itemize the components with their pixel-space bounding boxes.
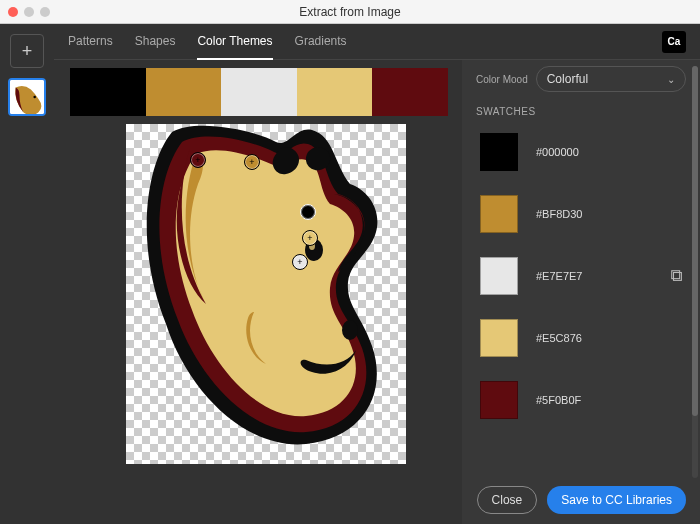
swatch-chip[interactable] [480, 257, 518, 295]
copy-icon[interactable] [670, 269, 684, 283]
swatch-hex-label: #E7E7E7 [536, 270, 582, 282]
swatch-hex-label: #E5C876 [536, 332, 582, 344]
close-button[interactable]: Close [477, 486, 538, 514]
chevron-down-icon: ⌄ [667, 74, 675, 85]
thumbnail-sidebar: + [0, 24, 54, 524]
swatch-chip[interactable] [480, 195, 518, 233]
swatch-chip[interactable] [480, 381, 518, 419]
plus-icon: + [303, 231, 317, 245]
plus-icon: + [191, 153, 205, 167]
panel-scrollbar[interactable] [692, 66, 698, 478]
color-picker-handle[interactable]: + [292, 254, 308, 270]
swatch-chip[interactable] [480, 133, 518, 171]
mode-tabs: Patterns Shapes Color Themes Gradients C… [54, 24, 700, 60]
window-close-button[interactable] [8, 7, 18, 17]
add-image-button[interactable]: + [10, 34, 44, 68]
color-picker-handle[interactable]: + [244, 154, 260, 170]
color-mood-value: Colorful [547, 72, 588, 86]
window-maximize-button[interactable] [40, 7, 50, 17]
tab-shapes[interactable]: Shapes [135, 24, 176, 60]
palette-swatch[interactable] [146, 68, 222, 116]
swatch-row[interactable]: #5F0B0F [476, 369, 686, 431]
palette-swatch[interactable] [70, 68, 146, 116]
swatch-row[interactable]: #E7E7E7 [476, 245, 686, 307]
swatch-row[interactable]: #000000 [476, 121, 686, 183]
save-to-cc-libraries-button[interactable]: Save to CC Libraries [547, 486, 686, 514]
swatch-row[interactable]: #E5C876 [476, 307, 686, 369]
swatch-hex-label: #BF8D30 [536, 208, 582, 220]
palette-swatch[interactable] [297, 68, 373, 116]
plus-icon: + [293, 255, 307, 269]
color-picker-handle[interactable]: + [300, 204, 316, 220]
swatches-header: SWATCHES [476, 106, 686, 117]
window-minimize-button[interactable] [24, 7, 34, 17]
swatch-hex-label: #000000 [536, 146, 579, 158]
color-mood-select[interactable]: Colorful ⌄ [536, 66, 686, 92]
extracted-palette [70, 68, 448, 116]
tab-color-themes[interactable]: Color Themes [197, 24, 272, 60]
color-mood-label: Color Mood [476, 74, 528, 85]
color-picker-handle[interactable]: + [302, 230, 318, 246]
capture-app-badge[interactable]: Ca [662, 31, 686, 53]
tab-gradients[interactable]: Gradients [295, 24, 347, 60]
swatches-panel: Color Mood Colorful ⌄ SWATCHES #000000#B… [462, 60, 700, 524]
title-bar: Extract from Image [0, 0, 700, 24]
swatch-chip[interactable] [480, 319, 518, 357]
window-title: Extract from Image [0, 5, 700, 19]
plus-icon: + [245, 155, 259, 169]
source-image-thumbnail[interactable] [8, 78, 46, 116]
swatch-hex-label: #5F0B0F [536, 394, 581, 406]
tab-patterns[interactable]: Patterns [68, 24, 113, 60]
color-picker-handle[interactable]: + [190, 152, 206, 168]
svg-rect-5 [674, 273, 682, 281]
source-image-canvas[interactable]: +++++ [126, 124, 406, 464]
palette-swatch[interactable] [221, 68, 297, 116]
svg-point-1 [33, 96, 35, 98]
plus-icon: + [301, 205, 315, 219]
palette-swatch[interactable] [372, 68, 448, 116]
svg-rect-6 [672, 271, 680, 279]
swatch-row[interactable]: #BF8D30 [476, 183, 686, 245]
svg-point-4 [342, 320, 358, 340]
